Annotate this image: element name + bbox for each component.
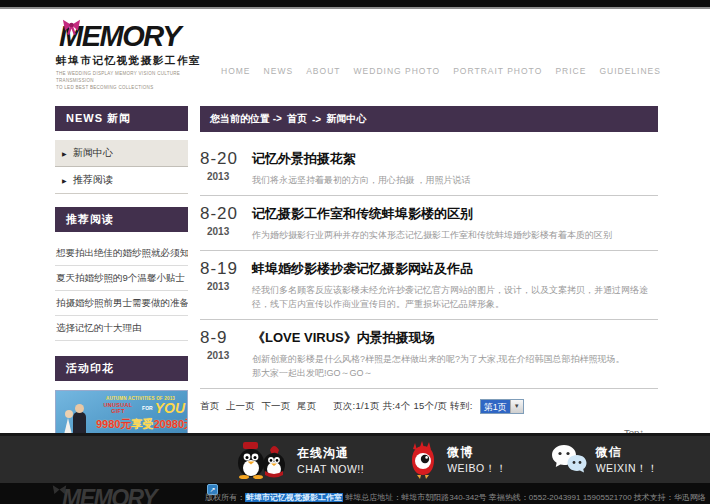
page-first[interactable]: 首页 bbox=[200, 400, 219, 413]
footer-address: 蚌埠总店地址：蚌埠市朝阳路340-342号 bbox=[345, 493, 486, 502]
nav-price[interactable]: PRICE bbox=[555, 66, 586, 76]
sidebar-news-menu: ▶ 新闻中心 ▶ 推荐阅读 bbox=[55, 140, 188, 194]
sidebar: NEWS 新闻 ▶ 新闻中心 ▶ 推荐阅读 推荐阅读 想要拍出绝佳的婚纱照就必须… bbox=[55, 106, 188, 463]
news-summary: 作为婚纱摄影行业两种并存的实体形态记忆摄影工作室和传统蚌埠婚纱影楼有着本质的区别 bbox=[252, 229, 654, 243]
nav-about[interactable]: ABOUT bbox=[306, 66, 340, 76]
groom-head bbox=[75, 404, 84, 413]
qq-subtitle: CHAT NOW!! bbox=[297, 463, 364, 475]
main-column: 您当前的位置 -> 首页 -> 新闻中心 8-20 2013 记忆外景拍摄花絮 … bbox=[200, 106, 658, 438]
recommend-link[interactable]: 拍摄婚纱照前男士需要做的准备 bbox=[55, 291, 188, 316]
breadcrumb-current: 新闻中心 bbox=[326, 112, 366, 126]
footer-hotline: 幸福热线：0552-2043991 15905521700 bbox=[489, 493, 632, 502]
weixin-button[interactable]: 微信 WEIXIN！！ bbox=[551, 444, 658, 476]
news-date: 8-20 2013 bbox=[200, 149, 252, 188]
recommend-link[interactable]: 想要拍出绝佳的婚纱照就必须知 bbox=[55, 241, 188, 266]
weixin-subtitle: WEIXIN！！ bbox=[596, 462, 658, 476]
breadcrumb-separator: -> bbox=[312, 114, 321, 125]
promo-price: 9980元享受20980元 bbox=[96, 417, 185, 432]
logo-tagline: THE WEDDING DISPLAY MEMORY VISION CULTUR… bbox=[56, 71, 216, 91]
news-summary: 我们将永远坚持着最初的方向，用心拍摄 ，用照片说话 bbox=[252, 174, 654, 188]
page-content: NEWS 新闻 ▶ 新闻中心 ▶ 推荐阅读 推荐阅读 想要拍出绝佳的婚纱照就必须… bbox=[0, 100, 710, 433]
studio-home-link[interactable]: 蚌埠市记忆视觉摄影工作室 bbox=[245, 493, 343, 502]
top-black-bar bbox=[0, 0, 710, 9]
sidebar-recommend-header: 推荐阅读 bbox=[55, 207, 188, 232]
footer: MEMORY ↗ 版权所有：蚌埠市记忆视觉摄影工作室 蚌埠总店地址：蚌埠市朝阳路… bbox=[0, 483, 710, 504]
sidebar-news-header: NEWS 新闻 bbox=[55, 106, 188, 131]
qq-chat-button[interactable]: 在线沟通 CHAT NOW!! bbox=[234, 441, 364, 479]
site-header: MEMORY 蚌埠市记忆视觉摄影工作室 THE WEDDING DISPLAY … bbox=[0, 9, 710, 98]
page-next[interactable]: 下一页 bbox=[262, 400, 291, 413]
news-title-link[interactable]: 蚌埠婚纱影楼抄袭记忆摄影网站及作品 bbox=[252, 260, 654, 278]
nav-news[interactable]: NEWS bbox=[264, 66, 294, 76]
weibo-title: 微博 bbox=[447, 444, 507, 461]
weibo-icon bbox=[408, 441, 438, 479]
bow-icon bbox=[62, 18, 81, 35]
page-prev[interactable]: 上一页 bbox=[226, 400, 255, 413]
qq-penguins-icon bbox=[234, 441, 288, 479]
weixin-title: 微信 bbox=[596, 444, 658, 461]
nav-home[interactable]: HOME bbox=[221, 66, 251, 76]
news-date: 8-19 2013 bbox=[200, 259, 252, 312]
recommend-link[interactable]: 选择记忆的十大理由 bbox=[55, 316, 188, 341]
nav-wedding-photo[interactable]: WEDDING PHOTO bbox=[354, 66, 441, 76]
news-summary: 经我们多名顾客反应该影楼未经允许抄袭记忆官方网站的图片，设计，以及文案拷贝，并通… bbox=[252, 284, 654, 312]
chevron-down-icon: ▼ bbox=[510, 400, 523, 413]
sidebar-promo-header: 活动印花 bbox=[55, 356, 188, 381]
news-date: 8-9 2013 bbox=[200, 328, 252, 381]
logo-subtitle: 蚌埠市记忆视觉摄影工作室 bbox=[56, 54, 216, 68]
qq-title: 在线沟通 bbox=[297, 445, 364, 462]
weibo-button[interactable]: 微博 WEIBO！！ bbox=[408, 441, 507, 479]
site-logo[interactable]: MEMORY 蚌埠市记忆视觉摄影工作室 THE WEDDING DISPLAY … bbox=[56, 22, 216, 91]
footer-copyright-line: 版权所有：蚌埠市记忆视觉摄影工作室 蚌埠总店地址：蚌埠市朝阳路340-342号 … bbox=[205, 492, 706, 503]
bow-icon bbox=[52, 484, 67, 497]
promo-line2: UNUSUAL GIFT FOR YOU bbox=[96, 402, 185, 415]
main-nav: HOME NEWS ABOUT WEDDING PHOTO PORTRAIT P… bbox=[221, 66, 661, 76]
news-summary: 创新创意的影楼是什么风格?样照是怎样做出来的呢?为了大家,现在介绍韩国总部拍样照… bbox=[252, 353, 654, 367]
pagination: 首页 上一页 下一页 尾页 页次:1/1页 共:4个 15个/页 转到: 第1页… bbox=[200, 399, 658, 414]
breadcrumb: 您当前的位置 -> 首页 -> 新闻中心 bbox=[200, 106, 658, 132]
social-band: 在线沟通 CHAT NOW!! 微博 WEIBO！！ 微信 bbox=[0, 433, 710, 483]
breadcrumb-prefix: 您当前的位置 -> bbox=[210, 112, 282, 126]
nav-guidelines[interactable]: GUIDELINES bbox=[599, 66, 661, 76]
weibo-subtitle: WEIBO！！ bbox=[447, 462, 507, 476]
triangle-icon: ▶ bbox=[62, 150, 67, 157]
page-last[interactable]: 尾页 bbox=[297, 400, 316, 413]
sidebar-item-recommended[interactable]: ▶ 推荐阅读 bbox=[55, 167, 188, 194]
sidebar-item-news-center[interactable]: ▶ 新闻中心 bbox=[55, 140, 188, 167]
page-select-dropdown[interactable]: 第1页 ▼ bbox=[480, 399, 524, 414]
footer-support: 技术支持：华迅网络 bbox=[634, 493, 706, 502]
news-date: 8-20 2013 bbox=[200, 204, 252, 243]
news-list: 8-20 2013 记忆外景拍摄花絮 我们将永远坚持着最初的方向，用心拍摄 ，用… bbox=[200, 141, 658, 389]
page-info: 页次:1/1页 共:4个 15个/页 转到: bbox=[333, 400, 473, 413]
news-row: 8-19 2013 蚌埠婚纱影楼抄袭记忆摄影网站及作品 经我们多名顾客反应该影楼… bbox=[200, 251, 658, 320]
footer-brand-logo: MEMORY bbox=[62, 485, 156, 504]
copyright-label: 版权所有： bbox=[205, 493, 245, 502]
bride-head bbox=[65, 410, 73, 418]
nav-portrait-photo[interactable]: PORTRAIT PHOTO bbox=[453, 66, 542, 76]
news-title-link[interactable]: 记忆外景拍摄花絮 bbox=[252, 150, 654, 168]
weixin-icon bbox=[551, 444, 587, 476]
news-title-link[interactable]: 《LOVE VIRUS》内景拍摄现场 bbox=[252, 329, 654, 347]
triangle-icon: ▶ bbox=[62, 177, 67, 184]
news-row: 8-20 2013 记忆摄影工作室和传统蚌埠影楼的区别 作为婚纱摄影行业两种并存… bbox=[200, 196, 658, 251]
news-title-link[interactable]: 记忆摄影工作室和传统蚌埠影楼的区别 bbox=[252, 205, 654, 223]
news-summary: 那大家一起出发吧!GO～GO～ bbox=[252, 367, 654, 381]
sidebar-recommend-links: 想要拍出绝佳的婚纱照就必须知 夏天拍婚纱照的9个温馨小贴士 拍摄婚纱照前男士需要… bbox=[55, 241, 188, 341]
news-row: 8-20 2013 记忆外景拍摄花絮 我们将永远坚持着最初的方向，用心拍摄 ，用… bbox=[200, 141, 658, 196]
news-row: 8-9 2013 《LOVE VIRUS》内景拍摄现场 创新创意的影楼是什么风格… bbox=[200, 320, 658, 389]
recommend-link[interactable]: 夏天拍婚纱照的9个温馨小贴士 bbox=[55, 266, 188, 291]
breadcrumb-home[interactable]: 首页 bbox=[287, 112, 307, 126]
